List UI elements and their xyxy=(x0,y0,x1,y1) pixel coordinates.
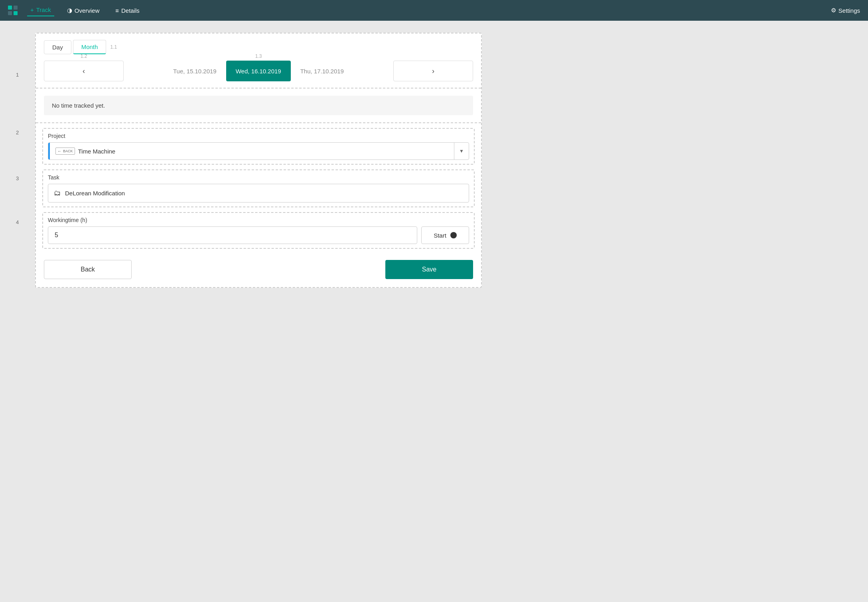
project-back-icon: ← BACK xyxy=(55,148,75,155)
logo-icon xyxy=(8,6,18,15)
nav-track-icon: + xyxy=(30,6,34,13)
current-date-button[interactable]: Wed, 16.10.2019 xyxy=(226,61,291,81)
nav-overview-label: Overview xyxy=(75,7,100,14)
workingtime-section: Workingtime (h) Start xyxy=(42,212,475,249)
page-body: 1 2 3 4 Day Month 1.1 1.3 xyxy=(0,21,868,300)
row-num-4: 4 xyxy=(16,219,19,225)
nav-details-label: Details xyxy=(121,7,140,14)
nav-track-wrap: + Track xyxy=(27,5,54,16)
no-time-text: No time tracked yet. xyxy=(52,102,105,109)
project-section: Project ← BACK Time Machine ▼ xyxy=(42,128,475,165)
project-label: Project xyxy=(48,133,469,139)
prev-date-button[interactable]: Tue, 15.10.2019 xyxy=(164,61,226,81)
logo-dot-3 xyxy=(8,11,12,15)
logo-dot-2 xyxy=(14,6,18,10)
task-section: Task 🗂 DeLorean Modification xyxy=(42,169,475,207)
tabs-row: Day Month 1.1 xyxy=(44,40,473,54)
nav-details[interactable]: ≡ Details xyxy=(112,6,143,16)
nav-track-label: Track xyxy=(36,6,51,13)
row-num-1: 1 xyxy=(16,72,19,78)
chevron-right-icon: › xyxy=(432,67,434,75)
settings-item[interactable]: ⚙ Settings xyxy=(831,7,860,14)
start-button[interactable]: Start xyxy=(421,226,469,244)
date-nav: ‹ 1.2 Tue, 15.10.2019 Wed, 16.10.2019 Th… xyxy=(44,61,473,81)
settings-label: Settings xyxy=(838,7,860,14)
task-icon: 🗂 xyxy=(54,189,61,197)
next-date-button[interactable]: Thu, 17.10.2019 xyxy=(291,61,353,81)
tab-day[interactable]: Day xyxy=(44,40,71,54)
no-time-section: No time tracked yet. xyxy=(36,89,481,123)
task-value: DeLorean Modification xyxy=(65,190,125,197)
workingtime-inner: Start xyxy=(48,226,469,244)
section-date-nav: Day Month 1.1 1.3 ‹ 1.2 Tue, 15.10.2019 xyxy=(36,33,481,89)
chevron-left-icon: ‹ xyxy=(83,67,85,75)
row-num-3: 3 xyxy=(16,175,19,181)
start-label: Start xyxy=(434,232,446,239)
logo-dot-4 xyxy=(14,11,18,15)
project-select[interactable]: ← BACK Time Machine ▼ xyxy=(48,142,469,160)
arrow-annotation: 1.2 xyxy=(81,53,87,59)
no-time-box: No time tracked yet. xyxy=(44,96,473,115)
prev-arrow-button[interactable]: ‹ xyxy=(44,61,124,81)
start-dot-icon xyxy=(450,232,457,238)
task-select[interactable]: 🗂 DeLorean Modification xyxy=(48,184,469,203)
back-button[interactable]: Back xyxy=(44,260,132,279)
task-label: Task xyxy=(48,174,469,181)
date-nav-wrapper: 1.3 ‹ 1.2 Tue, 15.10.2019 Wed, 16.10.201… xyxy=(44,61,473,81)
logo-dot-1 xyxy=(8,6,12,10)
nav-overview[interactable]: ◑ Overview xyxy=(64,5,103,16)
settings-icon: ⚙ xyxy=(831,7,836,14)
date-nav-inner: Tue, 15.10.2019 Wed, 16.10.2019 Thu, 17.… xyxy=(127,61,390,81)
workingtime-input[interactable] xyxy=(48,226,417,244)
nav-overview-icon: ◑ xyxy=(67,7,72,14)
nav-details-icon: ≡ xyxy=(115,7,119,14)
save-button[interactable]: Save xyxy=(385,260,473,279)
bottom-buttons: Back Save xyxy=(36,254,481,287)
tab-month[interactable]: Month xyxy=(73,40,107,54)
date-nav-annotation: 1.3 xyxy=(255,53,262,59)
dropdown-arrow-icon: ▼ xyxy=(459,148,464,154)
project-select-inner: ← BACK Time Machine xyxy=(50,143,454,159)
nav-track[interactable]: + Track xyxy=(27,5,54,15)
main-card: Day Month 1.1 1.3 ‹ 1.2 Tue, 15.10.2019 xyxy=(35,33,482,288)
navbar: + Track ◑ Overview ≡ Details ⚙ Settings xyxy=(0,0,868,21)
workingtime-label: Workingtime (h) xyxy=(48,217,469,223)
tab-annotation: 1.1 xyxy=(110,44,117,50)
project-value: Time Machine xyxy=(78,148,116,155)
next-arrow-button[interactable]: › xyxy=(393,61,473,81)
nav-left: + Track ◑ Overview ≡ Details xyxy=(8,5,143,16)
project-dropdown-arrow[interactable]: ▼ xyxy=(454,143,469,159)
row-num-2: 2 xyxy=(16,130,19,136)
